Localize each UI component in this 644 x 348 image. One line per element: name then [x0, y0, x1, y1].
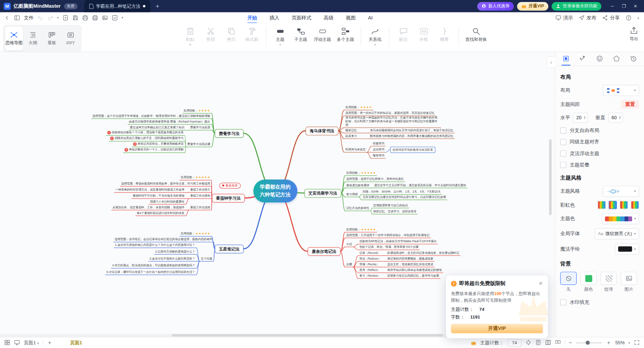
- callout-button[interactable]: 标注: [393, 25, 414, 44]
- mindmap-node-m6s2[interactable]: 简化（Reduce）: [358, 256, 382, 261]
- open-vip-button[interactable]: 开通VIP: [517, 2, 548, 11]
- collapse-ribbon-icon[interactable]: ▴: [637, 16, 639, 19]
- mindmap-node-m1[interactable]: 费曼学习法: [215, 129, 244, 138]
- save-icon[interactable]: [72, 14, 78, 20]
- mindmap-node-m4u3[interactable]: 睡前背书: [372, 153, 386, 158]
- stepper-arrows-icon[interactable]: ▲▼: [619, 116, 621, 120]
- select-check-icon[interactable]: [112, 14, 118, 20]
- tab-view[interactable]: 视图: [345, 12, 357, 23]
- mindmap-node-m3q2[interactable]: 2.记录对方讲解的逻辑是什么？: [154, 249, 196, 254]
- bg-option-none[interactable]: 无: [560, 272, 577, 292]
- cut-button[interactable]: 剪切: [201, 25, 221, 44]
- mindmap-node-m2a[interactable]: 适用范围：帮助你提高时间使用效率，提升专注度，学习和工作都适用: [120, 181, 212, 186]
- mindmap-node-m5c1[interactable]: 遗忘在学习之后立即开始，遗忘速度先快后慢，学习后短时间内遗忘最快: [373, 183, 468, 188]
- topic-caret-icon[interactable]: ▾: [279, 44, 281, 46]
- checkbox-topic-overlap[interactable]: 主题层叠: [560, 161, 639, 168]
- zoom-caret-icon[interactable]: ▾: [628, 341, 630, 345]
- popup-close-icon[interactable]: ✕: [538, 280, 543, 286]
- checkbox-watermark-fill[interactable]: 水印填充: [560, 299, 639, 306]
- bg-option-color[interactable]: 颜色: [580, 272, 597, 292]
- tab-ai-magic[interactable]: [577, 52, 589, 66]
- tab-home[interactable]: 开始: [247, 12, 258, 23]
- fullscreen-icon[interactable]: [634, 339, 640, 346]
- mindmap-node-m4u1[interactable]: 积极背书: [372, 141, 386, 146]
- bg-option-texture[interactable]: 纹理: [600, 272, 617, 292]
- new-page-icon[interactable]: [62, 14, 68, 20]
- zoom-in-button[interactable]: ＋: [606, 339, 611, 346]
- horizontal-scrollbar-thumb[interactable]: [172, 334, 443, 336]
- mindmap-node-m1s4[interactable]: 4将知识教给另外一个人，以验证自己的理解: [123, 147, 185, 153]
- floating-topic-button[interactable]: 浮动主题: [311, 25, 334, 44]
- mindmap-node-m1r[interactable]: 实用指数：★★★★: [182, 108, 212, 113]
- mindmap-node-m5m2[interactable]: 联想记忆、交谈学习、说明自答等: [372, 209, 418, 214]
- topic-button[interactable]: 主题▾: [270, 25, 290, 47]
- mindmap-node-m4w[interactable]: 起床复习: [344, 133, 358, 139]
- tab-advanced[interactable]: 高级: [323, 12, 334, 23]
- mode-mindmap[interactable]: 思维导图: [5, 27, 23, 51]
- format-painter-button[interactable]: 格式刷: [241, 25, 262, 44]
- mindmap-node-m2f1[interactable]: 从规划任务、设定番茄钟、工作、休息到回顾，形成循环: [111, 205, 186, 210]
- mindmap-node-m2f2[interactable]: 每4个番茄时段后进行较长时间的休息: [136, 210, 185, 216]
- mindmap-node-m6i[interactable]: 介绍: [345, 241, 353, 247]
- mindmap-node-m6s2d[interactable]: 将记录的内容简要概括，提炼成线索: [386, 256, 434, 261]
- tab-sticker[interactable]: [593, 52, 606, 66]
- mindmap-node-m1s[interactable]: 费曼学习法四步骤: [186, 142, 212, 147]
- bg-option-image[interactable]: 图片: [621, 272, 637, 292]
- mindmap-node-m6s5d[interactable]: 定期复习笔记以巩固记忆，提升学习效果: [386, 273, 440, 279]
- reset-button[interactable]: 重置: [621, 100, 639, 109]
- rainbow-option-4[interactable]: [631, 201, 639, 209]
- add-page-button[interactable]: ＋: [47, 339, 52, 346]
- mindmap-node-m6s1[interactable]: 记录（Record）: [358, 250, 381, 256]
- mindmap-node-m1s1[interactable]: 1假装将知识教给一个小孩，理清每个底层基本概念的关系: [106, 130, 185, 136]
- mindmap-node-m3q5[interactable]: 5.讨论记录：哪些可以变成下一步行动？如何把它们运用到实际生活？: [105, 270, 196, 275]
- present-button[interactable]: 演示: [555, 14, 573, 21]
- help-icon[interactable]: [626, 14, 632, 20]
- mindmap-node-m6s4d[interactable]: 将所学知识和心得体会等整理成笔记的随笔: [386, 268, 443, 273]
- mode-ppt[interactable]: PPT: [62, 27, 80, 51]
- mindmap-node-m5p[interactable]: 复习周期: [345, 192, 359, 197]
- rainbow-option-2[interactable]: [609, 201, 617, 209]
- presentation-icon[interactable]: [555, 339, 561, 346]
- boundary-button[interactable]: 外框: [414, 25, 434, 44]
- pages-icon[interactable]: [535, 339, 541, 346]
- checkbox-flexible-floating-topic[interactable]: 灵活浮动主题: [560, 150, 639, 157]
- tab-page-style[interactable]: 页面样式: [291, 12, 312, 23]
- mindmap-node-m6i1[interactable]: 也被称为5R笔记法，由康奈尔大学Walter Pauk于1974年提出: [358, 239, 438, 244]
- mindmap-node-m2p[interactable]: 番茄工作法原则: [189, 193, 211, 199]
- publish-button[interactable]: 发布: [579, 14, 596, 21]
- mindmap-node-m1b[interactable]: 由诺贝尔物理学奖获得者理查德·费曼（Richard Feynman）提出: [128, 119, 211, 125]
- document-tab[interactable]: 学霸在用...种笔记方法: [84, 0, 150, 12]
- redo-icon[interactable]: [47, 14, 53, 20]
- checkbox-free-branch-layout[interactable]: 分支自由布局: [560, 127, 639, 134]
- mindmap-node-m2r[interactable]: 实用指数：★★★★★: [179, 175, 212, 180]
- maximize-button[interactable]: ❐: [619, 1, 629, 11]
- mindmap-node-m3q1[interactable]: 1.这次对方讲述的核心内容是什么？为什么这个内容值得讨论？: [114, 242, 196, 248]
- page-selector[interactable]: 页面1 ▾: [24, 340, 39, 346]
- zoom-slider[interactable]: [576, 342, 602, 343]
- mindmap-node-m4u[interactable]: 利用海马体状态: [344, 147, 367, 152]
- mindmap-node-m4[interactable]: 海马体背书法: [306, 127, 338, 135]
- mindmap-node-m2i1[interactable]: 一种简单的时间管理方法，设定番茄时间提高工作效率: [114, 187, 185, 193]
- horizontal-spacing-stepper[interactable]: 20 ▲▼: [573, 113, 588, 123]
- mindmap-node-m5p1[interactable]: 间隔：5分钟、30分钟、12小时、1天、2天、4天、7天和15天: [362, 189, 442, 195]
- tab-ai[interactable]: AI: [367, 13, 374, 22]
- mindmap-node-m5a[interactable]: 适用范围：适用于记忆和复习，用来对抗遗忘: [345, 177, 405, 182]
- checkbox-align-sibling-topics[interactable]: 同级主题对齐: [560, 139, 639, 146]
- stepper-arrows-icon[interactable]: ▲▼: [584, 116, 586, 120]
- tab-history[interactable]: [627, 52, 639, 66]
- mindmap-node-m1s3[interactable]: 3将笔记内容简化，尽量使用精炼术语: [132, 141, 185, 147]
- mindmap-node-m3q4[interactable]: 4.对方的观点、想法或好的做法，可以提炼成有效的使用模型吗？: [111, 263, 197, 268]
- global-font-dropdown[interactable]: Aa 微软雅黑 (大) ▾: [595, 228, 639, 239]
- layout-dropdown[interactable]: ▾: [603, 85, 639, 96]
- mindmap-node-m5[interactable]: 艾宾浩斯学习法: [304, 189, 341, 198]
- redo-caret-icon[interactable]: ▾: [57, 16, 59, 19]
- tab-shapes[interactable]: [610, 52, 623, 66]
- mindmap-node-m4s[interactable]: 睡前记忆: [344, 128, 358, 133]
- grid-view-icon[interactable]: [4, 339, 10, 346]
- mindmap-node-m4r[interactable]: 实用指数：★★★★: [344, 105, 373, 110]
- file-menu[interactable]: 文件: [24, 14, 34, 21]
- mindmap-node-m2p1[interactable]: 番茄时间不可分割，不允许做无关的事情: [131, 193, 186, 199]
- close-button[interactable]: ✕: [630, 1, 641, 11]
- mindmap-node-m3q3[interactable]: 3.这次讨论中我有什么疑问和启发？: [148, 256, 196, 261]
- mindmap-node-m4w1[interactable]: 醒来就复习昨晚背诵的内容，利用早晨大脑清醒的状态来巩固记忆: [369, 133, 455, 139]
